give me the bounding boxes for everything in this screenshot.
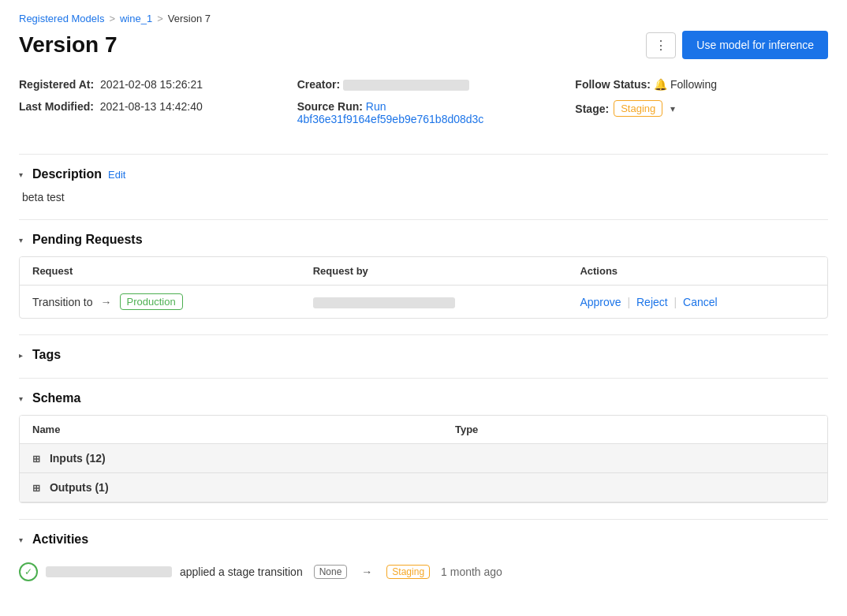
divider-4 <box>19 378 828 379</box>
requester-value <box>313 297 455 308</box>
source-run-label: Source Run: <box>297 100 363 113</box>
meta-section: Registered At: 2021-02-08 15:26:21 Last … <box>19 78 828 135</box>
divider-3 <box>19 334 828 335</box>
bell-icon: 🔔 <box>654 78 667 91</box>
activities-chevron-icon: ▾ <box>19 536 23 544</box>
meta-col-right: Follow Status: 🔔 Following Stage: Stagin… <box>575 78 828 126</box>
pending-requests-header[interactable]: ▾ Pending Requests <box>19 233 828 247</box>
creator-label: Creator: <box>297 78 340 91</box>
schema-inputs-cell: ⊞ Inputs (12) <box>20 444 827 473</box>
table-row: Transition to → Production Approve <box>20 286 827 319</box>
follow-status-text: Following <box>670 78 717 91</box>
approve-button[interactable]: Approve <box>580 296 621 308</box>
page-title: Version 7 <box>19 32 118 58</box>
more-options-button[interactable]: ⋮ <box>646 32 676 58</box>
divider-5 <box>19 519 828 520</box>
action-sep-1: | <box>627 296 630 308</box>
activity-check-icon: ✓ <box>19 562 38 581</box>
registered-at-value: 2021-02-08 15:26:21 <box>100 78 203 91</box>
divider-1 <box>19 154 828 155</box>
production-badge: Production <box>120 293 183 310</box>
activities-section-header[interactable]: ▾ Activities <box>19 532 828 547</box>
schema-header-row: Name Type <box>20 416 827 444</box>
stage-badge: Staging <box>614 100 662 117</box>
schema-table: Name Type ⊞ Inputs (12) ⊞ Outpu <box>20 416 827 502</box>
activity-action: applied a stage transition <box>180 566 303 578</box>
schema-col-type: Type <box>442 416 827 444</box>
col-actions: Actions <box>567 257 827 286</box>
reject-button[interactable]: Reject <box>636 296 668 308</box>
cancel-button[interactable]: Cancel <box>683 296 718 308</box>
breadcrumb-sep-2: > <box>157 13 163 24</box>
actions-cell: Approve | Reject | Cancel <box>567 286 827 319</box>
description-content: beta test <box>19 191 828 203</box>
schema-inputs-row: ⊞ Inputs (12) <box>20 444 827 473</box>
description-edit-button[interactable]: Edit <box>108 169 125 181</box>
activity-time: 1 month ago <box>441 566 502 578</box>
schema-title: Schema <box>32 391 80 405</box>
breadcrumb-wine1[interactable]: wine_1 <box>120 13 152 24</box>
page-header: Version 7 ⋮ Use model for inference <box>19 31 828 59</box>
arrow-right-icon: → <box>101 296 112 308</box>
activity-arrow-icon: → <box>361 566 372 578</box>
staging-badge: Staging <box>386 565 430 579</box>
breadcrumb: Registered Models > wine_1 > Version 7 <box>19 13 828 24</box>
breadcrumb-sep-1: > <box>109 13 115 24</box>
outputs-label: Outputs (1) <box>50 481 109 494</box>
breadcrumb-registered-models[interactable]: Registered Models <box>19 13 104 24</box>
activities-section: ▾ Activities ✓ applied a stage transitio… <box>19 532 828 588</box>
stage-row: Stage: Staging ▾ <box>575 100 828 117</box>
follow-status-label: Follow Status: <box>575 78 651 91</box>
schema-chevron-icon: ▾ <box>19 394 23 403</box>
table-header-row: Request Request by Actions <box>20 257 827 286</box>
schema-section: ▾ Schema Name Type ⊞ Inputs (12) <box>19 391 828 503</box>
breadcrumb-current: Version 7 <box>168 13 211 24</box>
col-request-by: Request by <box>300 257 568 286</box>
follow-status-row: Follow Status: 🔔 Following <box>575 78 828 91</box>
col-request: Request <box>20 257 300 286</box>
last-modified-label: Last Modified: <box>19 100 94 113</box>
request-by-cell <box>300 286 568 319</box>
schema-outputs-row: ⊞ Outputs (1) <box>20 473 827 502</box>
none-badge: None <box>314 565 348 579</box>
activities-title: Activities <box>32 532 88 547</box>
production-badge-label: Production <box>127 296 176 308</box>
pending-requests-table-container: Request Request by Actions Transition to… <box>19 256 828 319</box>
action-sep-2: | <box>674 296 677 308</box>
creator-value <box>343 80 469 91</box>
follow-status-value: 🔔 Following <box>654 78 717 91</box>
tags-chevron-icon: ▸ <box>19 351 23 360</box>
last-modified-row: Last Modified: 2021-08-13 14:42:40 <box>19 100 272 113</box>
inputs-label: Inputs (12) <box>50 452 106 465</box>
use-model-button[interactable]: Use model for inference <box>682 31 828 59</box>
tags-section-header[interactable]: ▸ Tags <box>19 348 828 362</box>
schema-col-name: Name <box>20 416 442 444</box>
tags-title: Tags <box>32 348 61 362</box>
description-title: Description <box>32 167 102 181</box>
last-modified-value: 2021-08-13 14:42:40 <box>100 100 203 113</box>
pending-requests-title: Pending Requests <box>32 233 143 247</box>
description-section-header[interactable]: ▾ Description Edit <box>19 167 828 181</box>
source-run-row: Source Run: Run 4bf36e31f9164ef59eb9e761… <box>297 100 550 125</box>
stage-value: Staging <box>621 103 655 114</box>
registered-at-label: Registered At: <box>19 78 94 91</box>
request-cell: Transition to → Production <box>20 286 300 319</box>
pending-requests-table: Request Request by Actions Transition to… <box>20 257 827 318</box>
creator-row: Creator: <box>297 78 550 91</box>
pending-requests-chevron-icon: ▾ <box>19 236 23 245</box>
schema-outputs-cell: ⊞ Outputs (1) <box>20 473 827 502</box>
header-actions: ⋮ Use model for inference <box>646 31 828 59</box>
pending-requests-section: ▾ Pending Requests Request Request by Ac… <box>19 233 828 319</box>
description-section: ▾ Description Edit beta test <box>19 167 828 203</box>
outputs-expand-icon[interactable]: ⊞ <box>32 483 40 494</box>
stage-dropdown-button[interactable]: ▾ <box>670 103 675 114</box>
activity-item: ✓ applied a stage transition None → Stag… <box>19 556 828 588</box>
transition-cell: Transition to → Production <box>32 293 288 310</box>
activity-user <box>46 566 172 577</box>
tags-section: ▸ Tags <box>19 348 828 362</box>
description-chevron-icon: ▾ <box>19 170 23 179</box>
inputs-expand-icon[interactable]: ⊞ <box>32 454 40 465</box>
transition-prefix: Transition to <box>32 296 93 308</box>
stage-label: Stage: <box>575 103 609 115</box>
schema-section-header[interactable]: ▾ Schema <box>19 391 828 405</box>
